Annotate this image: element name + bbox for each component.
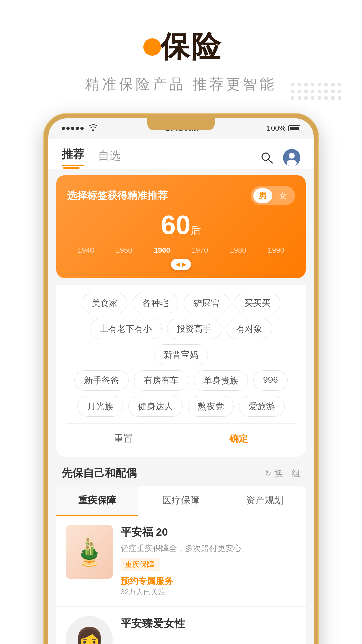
wifi-icon — [88, 124, 97, 133]
slider-bar-area: ◄► — [67, 259, 295, 278]
tag-yueguang[interactable]: 月光族 — [77, 396, 123, 417]
tag-jianshen[interactable]: 健身达人 — [128, 396, 183, 417]
svg-point-4 — [287, 160, 297, 166]
app-content: 推荐 自选 — [48, 139, 314, 644]
page-header: 保险 精准保险产品 推荐更智能 — [0, 0, 362, 107]
tags-action-row: 重置 确定 — [66, 423, 296, 448]
page-title: 保险 — [160, 27, 222, 67]
tag-maibuy[interactable]: 买买买 — [235, 293, 280, 313]
banner-header: 选择标签获得精准推荐 男 女 — [67, 186, 295, 205]
phone-wrapper: 9:41 AM 100% 推荐 自选 — [0, 107, 362, 644]
product-tabs: 重疾保障 | 医疗保障 | 资产规划 — [56, 486, 306, 516]
tag-aoye[interactable]: 熬夜党 — [188, 396, 234, 417]
refresh-icon: ↻ — [265, 469, 272, 478]
product-name-2: 平安臻爱女性 — [121, 616, 296, 631]
product-followers-1: 32万人已关注 — [121, 588, 166, 596]
section-title: 先保自己和配偶 — [62, 466, 137, 481]
tag-996[interactable]: 996 — [253, 370, 287, 391]
tag-xinbaba[interactable]: 新手爸爸 — [74, 370, 129, 391]
tag-touzi[interactable]: 投资高手 — [167, 319, 221, 339]
header-subtitle: 精准保险产品 推荐更智能 — [85, 75, 277, 94]
gourd-icon: 🎍 — [72, 538, 106, 565]
tab-custom[interactable]: 自选 — [98, 148, 121, 167]
tab-underline — [63, 167, 80, 169]
gender-male-btn[interactable]: 男 — [253, 188, 272, 203]
nav-bar: 推荐 自选 — [48, 139, 314, 169]
battery-text: 100% — [267, 124, 286, 133]
year-1940: 1940 — [78, 246, 94, 255]
banner-card: 选择标签获得精准推荐 男 女 60后 1940 1950 1960 1970 1… — [56, 175, 306, 278]
product-image-1: 🎍 — [66, 525, 113, 579]
gender-toggle[interactable]: 男 女 — [251, 186, 295, 205]
svg-point-3 — [289, 153, 295, 159]
product-info-1: 平安福 20 轻症重疾保障全，多次赔付更安心 重疾保障 预约专属服务 32万人已… — [121, 525, 296, 597]
change-group-button[interactable]: ↻ 换一组 — [265, 468, 300, 479]
tab-recommend[interactable]: 推荐 — [62, 147, 84, 169]
tab-asset[interactable]: 资产规划 — [224, 486, 306, 516]
orange-dot-decoration — [143, 38, 161, 56]
product-card-1: 🎍 平安福 20 轻症重疾保障全，多次赔付更安心 重疾保障 预约专属服务 32万… — [56, 516, 306, 606]
age-display: 60后 — [67, 212, 295, 238]
battery-icon — [288, 125, 300, 131]
product-card-2: 👩 平安臻爱女性 — [56, 607, 306, 644]
section-header: 先保自己和配偶 ↻ 换一组 — [48, 457, 314, 486]
tag-chashi[interactable]: 铲屎官 — [184, 293, 229, 313]
change-group-label: 换一组 — [274, 468, 300, 479]
tag-shangle[interactable]: 上有老下有小 — [90, 319, 162, 339]
tag-youfang[interactable]: 有房有车 — [134, 370, 188, 391]
tags-row-3: 新手爸爸 有房有车 单身贵族 996 — [66, 370, 296, 391]
banner-title: 选择标签获得精准推荐 — [67, 189, 168, 203]
battery-fill — [290, 127, 299, 130]
tab-critical-illness[interactable]: 重疾保障 — [56, 486, 138, 516]
product-image-2: 👩 — [66, 616, 113, 644]
tag-xinbao[interactable]: 新晋宝妈 — [154, 344, 208, 365]
year-1980: 1980 — [230, 246, 246, 255]
status-left — [62, 124, 97, 133]
year-timeline: 1940 1950 1960 1970 1980 1990 — [67, 242, 295, 259]
product-link-1[interactable]: 预约专属服务 — [121, 575, 296, 587]
user-avatar[interactable] — [283, 149, 300, 166]
age-suffix: 后 — [190, 224, 201, 236]
signal-icon — [62, 127, 84, 130]
header-title-row: 保险 — [140, 27, 222, 67]
nav-tabs: 推荐 自选 — [62, 147, 121, 169]
tag-lvyou[interactable]: 爱旅游 — [239, 396, 285, 417]
tag-danshen[interactable]: 单身贵族 — [194, 370, 248, 391]
year-1970: 1970 — [192, 246, 208, 255]
gender-female-btn[interactable]: 女 — [274, 188, 292, 203]
tag-meishi[interactable]: 美食家 — [82, 293, 127, 313]
tags-row-4: 月光族 健身达人 熬夜党 爱旅游 — [66, 396, 296, 417]
phone-notch — [147, 118, 215, 130]
tab-medical[interactable]: 医疗保障 — [140, 486, 222, 516]
year-1950: 1950 — [116, 246, 132, 255]
slider-arrows-icon: ◄► — [174, 261, 188, 268]
year-1990: 1990 — [268, 246, 284, 255]
nav-icons — [259, 149, 300, 166]
product-tag-1: 重疾保障 — [121, 558, 159, 571]
dot-grid-decoration — [291, 83, 342, 100]
age-slider[interactable]: ◄► — [171, 259, 191, 270]
tags-row-2: 上有老下有小 投资高手 有对象 新晋宝妈 — [66, 319, 296, 365]
product-info-2: 平安臻爱女性 — [121, 616, 296, 631]
product-desc-1: 轻症重疾保障全，多次赔付更安心 — [121, 543, 296, 554]
person-icon: 👩 — [75, 626, 104, 644]
svg-line-1 — [268, 159, 272, 163]
tags-section: 美食家 各种宅 铲屎官 买买买 上有老下有小 投资高手 有对象 新晋宝妈 新手爸… — [56, 285, 306, 457]
tags-row-1: 美食家 各种宅 铲屎官 买买买 — [66, 293, 296, 313]
phone-frame: 9:41 AM 100% 推荐 自选 — [44, 114, 318, 644]
product-name-1: 平安福 20 — [121, 525, 296, 540]
search-icon[interactable] — [259, 150, 275, 166]
status-right: 100% — [267, 124, 300, 133]
tag-gezhai[interactable]: 各种宅 — [133, 293, 178, 313]
confirm-button[interactable]: 确定 — [216, 429, 261, 448]
age-number: 60 — [161, 210, 191, 240]
tag-youduixiang[interactable]: 有对象 — [227, 319, 272, 339]
year-1960: 1960 — [154, 246, 170, 255]
reset-button[interactable]: 重置 — [101, 429, 146, 448]
